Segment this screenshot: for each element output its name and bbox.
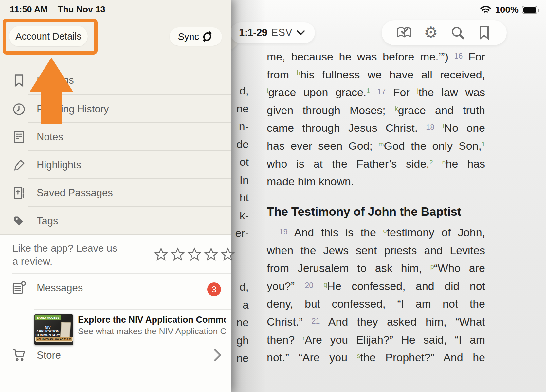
- bible-text-run: not.” “Are you: [267, 351, 357, 364]
- bible-line: made him known.: [267, 173, 485, 191]
- cross-ref-letter: s: [357, 352, 360, 359]
- bible-text-run: And this is the: [288, 226, 383, 239]
- promo-thumb-title: NIV APPLICATION COMMENTARY: [34, 325, 61, 337]
- bookmark-icon[interactable]: [476, 24, 493, 41]
- rating-stars[interactable]: [154, 247, 235, 262]
- messages-icon: [12, 281, 26, 295]
- bible-text-run: from: [267, 68, 297, 81]
- cross-ref-letter: o: [383, 227, 387, 234]
- translation-label: ESV: [271, 27, 293, 39]
- verse-number: 17: [377, 87, 386, 96]
- bible-cross-icon: [12, 186, 26, 200]
- bible-text-run: came through Jesus Christ.: [267, 122, 426, 134]
- bible-paragraph: 19 And this is the otestimony of John,wh…: [267, 224, 485, 366]
- sidebar-item-tags[interactable]: Tags: [0, 207, 231, 235]
- battery-percent: 100%: [495, 5, 519, 15]
- highlighter-icon: [12, 158, 26, 172]
- bible-paragraph: me, because he was before me.’”) 16 Forf…: [267, 48, 485, 191]
- bible-text-run: [433, 158, 442, 170]
- bible-text-run: who is at the Father’s side,: [267, 158, 429, 170]
- bible-line: you?” 20 qHe confessed, and did not: [267, 277, 485, 295]
- bible-text-run: And they asked him, “What: [320, 315, 485, 328]
- sidebar-item-highlights[interactable]: Highlights: [0, 151, 231, 179]
- reading-plan-book-check-icon[interactable]: [396, 24, 413, 41]
- bible-text-run: me, because he was before me.’”): [267, 50, 454, 63]
- chevron-down-icon: [297, 30, 305, 36]
- sidebar-item-reading-history[interactable]: Reading History: [0, 95, 231, 123]
- sidebar-item-saved-passages[interactable]: Saved Passages: [0, 179, 231, 207]
- star-icon[interactable]: [154, 247, 168, 262]
- sidebar-cast-shadow: [231, 0, 266, 392]
- star-icon[interactable]: [204, 247, 218, 262]
- chevron-right-icon: [214, 349, 222, 362]
- status-date: Thu Nov 13: [58, 5, 105, 15]
- cross-ref-letter: n: [442, 159, 446, 166]
- verse-number: 18: [426, 123, 434, 131]
- bible-text-run: from Jerusalem to ask him,: [267, 262, 430, 274]
- battery-icon: [522, 6, 537, 14]
- sidebar-item-messages[interactable]: Messages: [0, 274, 231, 302]
- bible-text-run: God the only Son,: [384, 140, 482, 152]
- search-icon[interactable]: [449, 24, 466, 41]
- bible-line: then? rAre you Elijah?” He said, “I am: [267, 331, 485, 349]
- star-icon[interactable]: [221, 247, 235, 262]
- status-time: 11:50 AM: [10, 5, 48, 15]
- promo-title: Explore the NIV Application Commentary: [78, 315, 226, 325]
- sidebar-item-label: Store: [37, 349, 61, 361]
- shopping-cart-icon: [12, 348, 26, 362]
- review-prompt-line2: a review.: [12, 255, 118, 268]
- verse-number: 16: [454, 52, 463, 60]
- wifi-icon: [480, 5, 492, 14]
- bible-line: from hhis fullness we have all received,: [267, 66, 485, 84]
- bible-text-run: testimony of John,: [387, 226, 485, 239]
- bible-text-run: he has: [446, 158, 485, 170]
- notes-document-icon: [12, 130, 26, 144]
- section-heading: The Testimony of John the Baptist: [267, 205, 485, 219]
- sync-button[interactable]: Sync: [170, 27, 222, 46]
- sidebar-item-notes[interactable]: Notes: [0, 123, 231, 151]
- sidebar-item-label: Saved Passages: [37, 187, 113, 199]
- sync-refresh-icon: [201, 30, 213, 43]
- account-sidebar: 11:50 AM Thu Nov 13 Account Details Sync…: [0, 0, 231, 392]
- tag-icon: [12, 214, 26, 228]
- bible-line: when the Jews sent priests and Levites: [267, 242, 485, 260]
- bible-text-run: made him known.: [267, 175, 354, 188]
- bible-text-run: deny, but confessed, “I am not the: [267, 298, 485, 310]
- verse-number: 20: [305, 281, 313, 289]
- bible-text-run: For: [386, 86, 417, 98]
- bible-text-run: the Prophet?” And he: [360, 351, 485, 364]
- bible-text-run: He confessed, and did not: [327, 280, 485, 292]
- bible-line: from Jerusalem to ask him, p“Who are: [267, 259, 485, 277]
- sidebar-item-label: Notes: [37, 131, 63, 143]
- sync-button-label: Sync: [178, 31, 199, 42]
- bible-line: who is at the Father’s side,2 nhe has: [267, 155, 485, 173]
- cross-ref-letter: p: [430, 263, 434, 270]
- bible-text-run: [370, 86, 377, 98]
- bible-text-run: then?: [267, 333, 303, 346]
- star-icon[interactable]: [187, 247, 202, 262]
- sidebar-item-label: Tags: [37, 215, 58, 227]
- star-icon[interactable]: [171, 247, 185, 262]
- bible-text-run: has ever seen God;: [267, 140, 378, 152]
- verse-number: 21: [312, 317, 320, 325]
- bible-text-run: For: [463, 50, 485, 63]
- messages-unread-badge: 3: [207, 282, 221, 296]
- sidebar-item-label: Highlights: [37, 159, 81, 171]
- bible-text-run: his fullness we have all received,: [300, 68, 485, 81]
- bible-line: came through Jesus Christ. 18 lNo one: [267, 119, 485, 137]
- settings-gear-icon[interactable]: ⚙: [422, 24, 439, 41]
- bible-text-run: the law was: [419, 86, 485, 98]
- ribbon-bookmark-icon: [12, 73, 26, 88]
- bible-text-run: Are you Elijah?” He said, “I am: [305, 333, 485, 346]
- bible-line: deny, but confessed, “I am not the: [267, 295, 485, 313]
- bible-line: has ever seen God; mGod the only Son,1: [267, 137, 485, 155]
- bible-line: not.” “Are you sthe Prophet?” And he: [267, 349, 485, 366]
- annotation-arrow-shaft: [41, 91, 62, 124]
- sidebar-item-store[interactable]: Store: [0, 341, 231, 370]
- bible-line: given through Moses; kgrace and truth: [267, 101, 485, 119]
- bible-line: 19 And this is the otestimony of John,: [267, 224, 485, 242]
- verse-number: 19: [279, 228, 288, 236]
- bible-text-run: [434, 122, 443, 134]
- status-bar-left: 11:50 AM Thu Nov 13: [10, 5, 105, 15]
- review-prompt: Like the app? Leave us a review.: [12, 242, 118, 268]
